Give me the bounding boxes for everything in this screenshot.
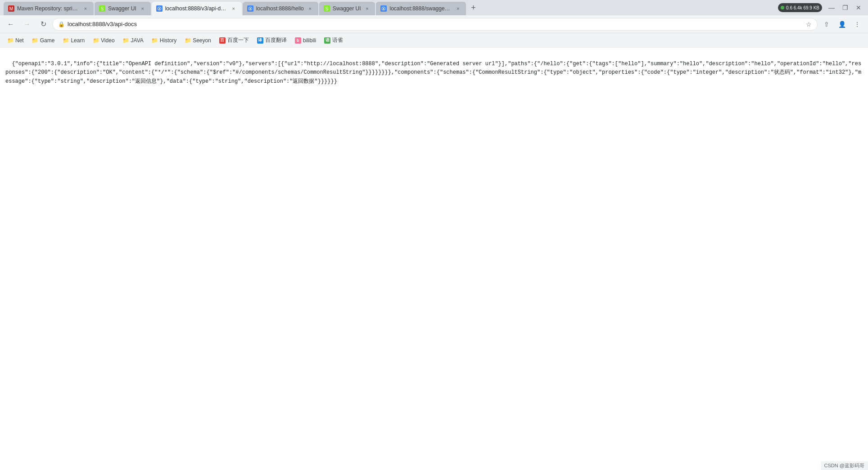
bookmark-icon-bm7: 📁	[185, 37, 191, 44]
minimize-button[interactable]: —	[826, 2, 837, 13]
bookmark-label-bm11: 语雀	[332, 36, 343, 44]
back-button[interactable]: ←	[4, 17, 18, 31]
bookmark-bm2[interactable]: 📁Game	[28, 35, 59, 46]
bookmark-bm3[interactable]: 📁Learn	[59, 35, 88, 46]
url-text: localhost:8888/v3/api-docs	[68, 21, 803, 27]
bookmark-label-bm3: Learn	[71, 37, 85, 44]
maximize-button[interactable]: ❐	[839, 2, 851, 13]
address-bar[interactable]: 🔒 localhost:8888/v3/api-docs ☆	[52, 18, 818, 31]
tab-title-tab3: localhost:8888/v3/api-docs	[165, 5, 227, 12]
new-tab-button[interactable]: +	[467, 1, 479, 14]
status-label: CSDN @蓝影码哥	[824, 463, 864, 468]
bookmark-label-bm7: Seeyon	[193, 37, 211, 44]
bookmark-icon-bm3: 📁	[63, 37, 69, 44]
status-bar: CSDN @蓝影码哥	[821, 461, 868, 470]
page-icon: ⦿	[156, 5, 163, 12]
bookmark-label-bm1: Net	[15, 37, 24, 44]
tab-tab6[interactable]: ⦿localhost:8888/swagger-ui×	[376, 2, 466, 15]
bookmark-bm6[interactable]: 📁History	[148, 35, 180, 46]
bookmark-bm10[interactable]: bbilibili	[291, 35, 320, 46]
tab-title-tab6: localhost:8888/swagger-ui	[389, 5, 452, 12]
bookmark-bm8[interactable]: 百百度一下	[216, 35, 253, 46]
tab-tab4[interactable]: ⦿localhost:8888/hello×	[243, 2, 318, 15]
traffic-dot	[781, 6, 784, 9]
tab-close-tab2[interactable]: ×	[139, 5, 146, 12]
bookmark-icon-bm8: 百	[219, 37, 226, 44]
window-controls: — ❐ ✕	[826, 2, 864, 13]
page-icon: ⦿	[380, 5, 387, 12]
nav-bar: ← → ↻ 🔒 localhost:8888/v3/api-docs ☆ ⇧ 👤…	[0, 15, 868, 33]
bookmark-star-icon[interactable]: ☆	[806, 21, 812, 28]
title-bar: MMaven Repository: springdoc...×SSwagger…	[0, 0, 868, 15]
bookmark-icon-bm10: b	[295, 37, 301, 44]
bookmark-icon-bm2: 📁	[32, 37, 38, 44]
tab-tab5[interactable]: SSwagger UI×	[319, 2, 375, 15]
tab-tab1[interactable]: MMaven Repository: springdoc...×	[4, 2, 94, 15]
bookmark-bm5[interactable]: 📁JAVA	[119, 35, 147, 46]
profile-button[interactable]: 👤	[835, 17, 849, 31]
tab-tab2[interactable]: SSwagger UI×	[95, 2, 151, 15]
json-content: {"openapi":"3.0.1","info":{"title":"Open…	[5, 61, 861, 84]
tab-close-tab5[interactable]: ×	[363, 5, 371, 12]
bookmark-bm1[interactable]: 📁Net	[4, 35, 27, 46]
reload-button[interactable]: ↻	[36, 17, 50, 31]
traffic-indicator: 0.6 6.4k 69.9 KB	[778, 3, 822, 12]
traffic-label: 0.6 6.4k 69.9 KB	[786, 5, 819, 10]
bookmark-label-bm9: 百度翻译	[265, 36, 287, 44]
bookmark-bm9[interactable]: 译百度翻译	[253, 35, 290, 46]
nav-actions: ⇧ 👤 ⋮	[819, 17, 864, 31]
tab-title-tab1: Maven Repository: springdoc...	[17, 5, 79, 12]
bookmark-icon-bm11: 语	[324, 37, 330, 44]
bookmark-label-bm5: JAVA	[131, 37, 144, 44]
tab-close-tab6[interactable]: ×	[454, 5, 461, 12]
menu-button[interactable]: ⋮	[850, 17, 864, 31]
bookmark-icon-bm9: 译	[257, 37, 263, 44]
page-icon: ⦿	[247, 5, 253, 12]
swagger-icon: S	[324, 5, 330, 12]
tab-title-tab2: Swagger UI	[108, 5, 136, 12]
tab-close-tab3[interactable]: ×	[230, 5, 237, 12]
bookmark-label-bm8: 百度一下	[227, 36, 249, 44]
close-button[interactable]: ✕	[853, 2, 864, 13]
bookmark-label-bm4: Video	[101, 37, 114, 44]
tab-title-tab4: localhost:8888/hello	[256, 5, 304, 12]
bookmark-bm11[interactable]: 语语雀	[321, 35, 347, 46]
forward-button[interactable]: →	[20, 17, 34, 31]
tab-close-tab4[interactable]: ×	[307, 5, 314, 12]
tab-close-tab1[interactable]: ×	[82, 5, 89, 12]
lock-icon: 🔒	[58, 21, 65, 27]
bookmarks-bar: 📁Net📁Game📁Learn📁Video📁JAVA📁History📁Seeyo…	[0, 33, 868, 48]
tab-tab3[interactable]: ⦿localhost:8888/v3/api-docs×	[152, 2, 242, 15]
bookmark-icon-bm6: 📁	[152, 37, 158, 44]
share-button[interactable]: ⇧	[819, 17, 834, 31]
tab-strip: MMaven Repository: springdoc...×SSwagger…	[4, 0, 467, 15]
bookmark-icon-bm5: 📁	[123, 37, 129, 44]
maven-icon: M	[8, 5, 14, 12]
bookmark-label-bm10: bilibili	[303, 37, 316, 44]
swagger-icon: S	[99, 5, 105, 12]
tab-title-tab5: Swagger UI	[333, 5, 361, 12]
bookmark-label-bm6: History	[160, 37, 176, 44]
bookmark-bm4[interactable]: 📁Video	[89, 35, 118, 46]
bookmark-icon-bm1: 📁	[7, 37, 14, 44]
bookmark-icon-bm4: 📁	[93, 37, 99, 44]
main-content: {"openapi":"3.0.1","info":{"title":"Open…	[0, 48, 868, 470]
bookmark-bm7[interactable]: 📁Seeyon	[181, 35, 215, 46]
bookmark-label-bm2: Game	[40, 37, 55, 44]
